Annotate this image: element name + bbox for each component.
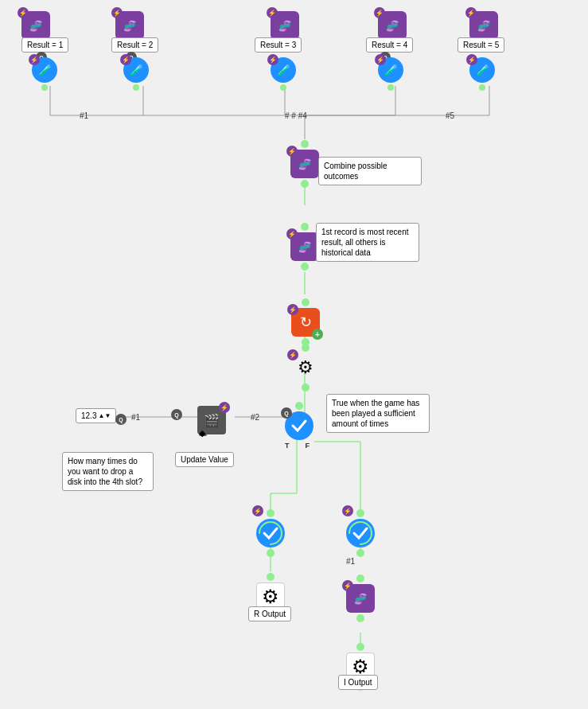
plus-badge: + bbox=[312, 329, 323, 340]
number-input-node[interactable]: 12.3 ▲▼ bbox=[76, 408, 116, 423]
conn-num-1b: #1 bbox=[131, 413, 140, 422]
check-node-right: ⚡ bbox=[346, 509, 375, 559]
loop-icon: ↻ bbox=[300, 314, 312, 331]
combine-dna-icon: 🧬 bbox=[298, 158, 311, 170]
left-check-lightning: ⚡ bbox=[252, 505, 263, 516]
dna-icon-2: 🧬 bbox=[123, 20, 136, 32]
flask-node-4: 🧪 ⚡ bbox=[378, 57, 403, 92]
lightning-badge-2: ⚡ bbox=[111, 7, 123, 18]
filter-q-badge: Q bbox=[281, 407, 292, 419]
filter-node: Q T F bbox=[285, 402, 313, 450]
record-lightning: ⚡ bbox=[286, 228, 298, 240]
gear-lightning: ⚡ bbox=[287, 349, 298, 360]
result4-label: Result = 4 bbox=[366, 37, 413, 53]
i-output-label: I Output bbox=[338, 675, 378, 690]
number-value: 12.3 bbox=[81, 411, 96, 420]
result1-label: Result = 1 bbox=[21, 37, 68, 53]
dna-icon-1: 🧬 bbox=[29, 20, 42, 32]
r-output-label: R Output bbox=[248, 606, 291, 621]
workflow-canvas: 🧬 ⚡ Result = 1 Q 🧪 ⚡ 🧬 ⚡ Result = 2 Q 🧪 … bbox=[0, 0, 588, 709]
result5-label: Result = 5 bbox=[458, 37, 504, 53]
lightning-badge-3: ⚡ bbox=[267, 7, 278, 18]
right-dna-lightning: ⚡ bbox=[342, 580, 353, 591]
record-tooltip: 1st record is most recent result, all ot… bbox=[316, 223, 419, 262]
clapperboard-icon: 🎬 bbox=[204, 413, 220, 428]
combine-lightning: ⚡ bbox=[286, 146, 298, 157]
right-check-lightning: ⚡ bbox=[342, 505, 353, 516]
stepper-icon[interactable]: ▲▼ bbox=[98, 412, 111, 419]
conn-num-1c: #1 bbox=[346, 557, 355, 566]
dna-node-right: 🧬 ⚡ bbox=[346, 575, 375, 624]
conn-num-4: # # #4 bbox=[285, 111, 307, 120]
flask-node-5: 🧪 ⚡ bbox=[469, 57, 495, 92]
result3-label: Result = 3 bbox=[255, 37, 302, 53]
conn-num-2: #2 bbox=[251, 413, 259, 422]
gear-node-middle: ⚙ ⚡ bbox=[291, 344, 320, 393]
gear-icon-middle: ⚙ bbox=[298, 357, 313, 378]
clapperboard-node: 🎬 ⚡ ◆ bbox=[197, 406, 226, 434]
svg-point-28 bbox=[258, 520, 283, 546]
clap-lightning: ⚡ bbox=[219, 402, 230, 413]
flask-node-3: 🧪 ⚡ bbox=[271, 57, 296, 92]
dna-icon-5: 🧬 bbox=[477, 20, 490, 32]
true-when-tooltip: True when the game has been played a suf… bbox=[326, 394, 430, 433]
how-many-tooltip: How many times do you want to drop a dis… bbox=[62, 452, 154, 491]
update-value-label: Update Value bbox=[175, 452, 234, 467]
dna-icon-4: 🧬 bbox=[386, 20, 399, 32]
loop-lightning: ⚡ bbox=[287, 304, 298, 315]
conn-num-5: #5 bbox=[446, 111, 454, 120]
conn-num-1a: #1 bbox=[80, 111, 88, 120]
r-gear-icon: ⚙ bbox=[262, 586, 279, 608]
true-label: T bbox=[285, 442, 290, 450]
lightning-badge-5: ⚡ bbox=[465, 7, 477, 18]
svg-point-29 bbox=[348, 520, 373, 546]
flask-node-1: 🧪 ⚡ bbox=[32, 57, 57, 92]
diamond-shape: ◆ bbox=[199, 428, 207, 436]
combine-tooltip: Combine possible outcomes bbox=[318, 157, 422, 185]
lightning-badge-4: ⚡ bbox=[374, 7, 385, 18]
record-node: 🧬 ⚡ bbox=[290, 223, 319, 272]
loop-node: ↻ + ⚡ bbox=[291, 298, 320, 348]
right-dna-icon: 🧬 bbox=[354, 593, 367, 605]
dna-icon-3: 🧬 bbox=[278, 20, 291, 32]
flask-node-2: 🧪 ⚡ bbox=[123, 57, 149, 92]
result2-label: Result = 2 bbox=[111, 37, 158, 53]
false-label: F bbox=[306, 442, 310, 450]
lightning-badge-1: ⚡ bbox=[18, 7, 29, 18]
check-node-left: ⚡ bbox=[256, 509, 285, 559]
combine-node: 🧬 ⚡ bbox=[290, 140, 319, 189]
record-dna-icon: 🧬 bbox=[298, 241, 311, 253]
